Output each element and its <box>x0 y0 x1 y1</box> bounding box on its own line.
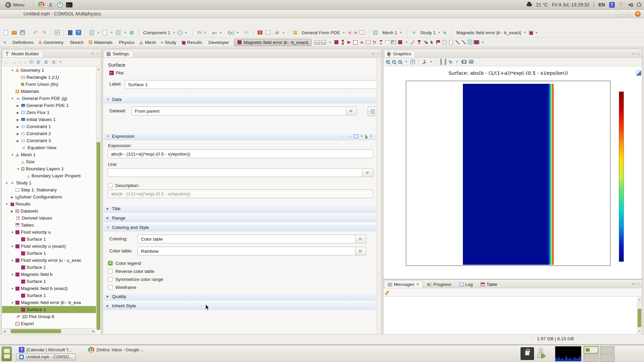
tree-item[interactable]: Surface 1 <box>2 306 96 313</box>
tree-item[interactable]: Surface 1 <box>2 278 96 285</box>
grid-toggle-icon[interactable] <box>441 59 441 65</box>
tree-item[interactable]: Datasets <box>2 207 96 215</box>
tree-item[interactable]: 1D Plot Group 8 <box>2 313 96 320</box>
tree-item[interactable]: Initial Values 1 <box>2 116 96 123</box>
table-icon[interactable] <box>256 29 264 36</box>
tree-item[interactable]: Geometry 1 <box>2 67 96 74</box>
axis-orientation-icon[interactable] <box>422 60 427 64</box>
expand-arrow-icon[interactable] <box>5 202 10 206</box>
hourglass-plot-icon[interactable] <box>378 40 384 45</box>
tree-item[interactable]: Export <box>2 320 96 327</box>
panel-maximize-icon[interactable]: □ <box>638 51 640 56</box>
style-checkbox-row[interactable]: Color legend <box>108 260 163 266</box>
close-button[interactable]: ✕ <box>635 11 641 17</box>
window-titlebar[interactable]: Untitled.mph - COMSOL Multiphysics – □ ✕ <box>0 10 644 18</box>
tree-item[interactable]: Rectangle 1 (r1) <box>2 74 96 81</box>
prev-expression-icon[interactable]: ← <box>341 134 346 139</box>
plot-refresh-icon[interactable]: ↻ <box>449 59 453 65</box>
move-down-icon[interactable]: ↓ <box>24 59 26 65</box>
definitions-list-icon[interactable]: ≡ <box>2 40 8 45</box>
messages-tab[interactable]: Progress ✕ <box>424 281 455 288</box>
tree-item[interactable]: Solver Configurations <box>2 193 96 200</box>
expand-arrow-icon[interactable] <box>11 259 15 262</box>
next-expression-icon[interactable]: → <box>347 134 352 139</box>
open-file-icon[interactable] <box>10 29 18 36</box>
workspace-2[interactable] <box>600 346 614 354</box>
dataset-dropdown-icon[interactable]: » <box>346 107 357 115</box>
zoom-out-icon[interactable] <box>392 60 396 64</box>
panel-minimize-icon[interactable]: ▭ <box>632 51 635 56</box>
stop-icon[interactable] <box>128 29 136 36</box>
coloring-dropdown-icon[interactable]: » <box>356 235 366 243</box>
expand-arrow-icon[interactable] <box>17 111 21 114</box>
tree-item[interactable]: Equation View <box>2 144 96 151</box>
description-checkbox-row[interactable]: Description: <box>108 182 139 189</box>
window-list-icon[interactable] <box>2 347 12 361</box>
model-builder-tab[interactable]: Model Builder <box>2 50 44 57</box>
dropdown-icon[interactable] <box>404 40 409 45</box>
range-section-header[interactable]: ▶Range <box>104 214 376 222</box>
color-expression-icon[interactable] <box>410 40 416 45</box>
ribbon-tab[interactable]: Physics <box>115 39 137 46</box>
tray-language[interactable]: EN <box>598 2 605 7</box>
more-plots-icon[interactable] <box>397 40 403 45</box>
dropdown-icon[interactable] <box>327 40 333 45</box>
arrow-plot-icon[interactable] <box>346 40 352 45</box>
line-plot-icon[interactable] <box>365 40 371 45</box>
heart-tray-icon[interactable]: ♡ <box>619 2 623 8</box>
tree-item[interactable]: Magnetic field error |b - b_exa <box>2 299 96 306</box>
checkbox[interactable] <box>108 269 113 274</box>
expand-all-icon[interactable]: ≣↑ <box>36 59 41 65</box>
style-checkbox-row[interactable]: Symmetrize color range <box>108 276 163 283</box>
panel-maximize-icon[interactable]: □ <box>638 282 640 286</box>
expand-arrow-icon[interactable] <box>17 104 21 107</box>
unit-dropdown-icon[interactable]: » <box>363 168 373 177</box>
help-icon[interactable]: ? <box>75 29 82 36</box>
expand-arrow-icon[interactable] <box>11 287 15 290</box>
colorbar-icon[interactable] <box>340 40 345 45</box>
ribbon-tab[interactable]: Sketch <box>66 39 86 46</box>
checkbox[interactable] <box>108 285 113 290</box>
tree-item[interactable]: Size <box>2 158 96 165</box>
replace-expression-icon[interactable] <box>354 134 358 138</box>
expand-arrow-icon[interactable] <box>11 245 15 248</box>
variables-button[interactable]: a=▼ <box>210 29 225 36</box>
chrome-launcher-icon[interactable] <box>38 2 44 8</box>
parameters-button[interactable]: Pi▼ <box>196 29 209 36</box>
zoom-extents-icon[interactable] <box>411 60 415 64</box>
tree-item[interactable]: Form Union (fin) <box>2 81 96 88</box>
surface-plot-icon[interactable] <box>333 40 339 45</box>
tree-item[interactable]: Surface 1 <box>2 250 96 257</box>
tree-item[interactable]: Boundary Layer Properti <box>2 172 96 179</box>
minimize-button[interactable]: – <box>615 11 621 17</box>
desktop-menu-button[interactable]: Menu <box>3 0 27 9</box>
new-file-icon[interactable] <box>2 29 9 36</box>
tree-item[interactable]: Step 1: Stationary <box>2 186 96 193</box>
workspace-3[interactable] <box>584 354 598 362</box>
panel-maximize-icon[interactable]: □ <box>377 51 379 56</box>
plot-canvas[interactable]: Surface: abs(b - (1/(1+a))*exp(-(0.5 - x… <box>384 66 642 279</box>
insert-expression-icon[interactable] <box>365 134 367 138</box>
add-component-icon[interactable] <box>88 29 95 36</box>
print-icon[interactable] <box>469 60 474 64</box>
panel-minimize-icon[interactable]: ▭ <box>632 282 635 286</box>
unit-input[interactable] <box>108 168 363 177</box>
tree-item[interactable]: Study 1 <box>2 179 96 186</box>
zimbra-launcher-icon[interactable]: Z <box>48 2 54 8</box>
physics-selector[interactable]: General Form PDE▼ <box>300 29 366 36</box>
graphics-tab[interactable]: Graphics <box>384 50 416 57</box>
slash-line-1-icon[interactable] <box>454 40 460 45</box>
tree-item[interactable]: Magnetic field b (exact) <box>2 285 96 292</box>
show-icon[interactable] <box>29 60 34 63</box>
expand-arrow-icon[interactable] <box>17 139 21 142</box>
expand-arrow-icon[interactable] <box>17 118 21 121</box>
tree-item[interactable]: Boundary Layers 1 <box>2 165 96 172</box>
image-plot-icon[interactable] <box>391 40 396 45</box>
collapse-all-icon[interactable]: ≣↓ <box>44 59 49 65</box>
ribbon-tab[interactable]: Developer <box>205 39 232 46</box>
tray-datetime[interactable]: Fri 9 Jul, 13:29:32 <box>552 2 589 7</box>
coloring-section-header[interactable]: ▼Coloring and Style <box>104 224 376 231</box>
maximize-button[interactable]: □ <box>625 11 631 17</box>
selection-icon[interactable] <box>429 40 435 45</box>
ribbon-tab[interactable]: Materials <box>86 39 115 46</box>
